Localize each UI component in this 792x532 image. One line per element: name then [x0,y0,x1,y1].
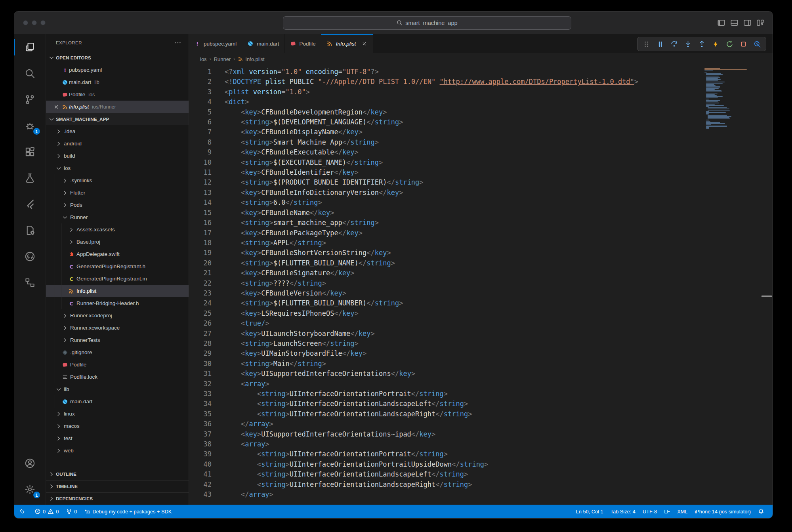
open-editor-pubspec.yaml[interactable]: !pubspec.yaml [46,64,189,76]
activity-item-source-control[interactable] [14,86,46,113]
tree-item-Base.lproj[interactable]: Base.lproj [46,236,189,248]
code-content[interactable]: <?xml version="1.0" encoding="UTF-8"?><!… [225,65,773,505]
chevron-right-icon [61,325,69,331]
tree-item-Runner.xcodeproj[interactable]: Runner.xcodeproj [46,309,189,322]
toggle-panel-button[interactable] [730,19,739,27]
tab-pubspec.yaml[interactable]: !pubspec.yaml [189,34,242,53]
step-over-button[interactable] [668,38,680,50]
section-dependencies[interactable]: DEPENDENCIES [46,492,189,505]
tab-size[interactable]: Tab Size: 4 [607,505,639,518]
breadcrumb-item-Runner[interactable]: Runner [214,56,231,62]
eol[interactable]: LF [660,505,674,518]
activity-item-flutter[interactable] [14,191,46,217]
tree-item-AppDelegate.swift[interactable]: AppDelegate.swift [46,248,189,260]
close-icon[interactable] [361,40,368,47]
close-window-button[interactable] [23,20,28,25]
tree-item-test[interactable]: test [46,432,189,444]
zoom-window-button[interactable] [40,20,46,25]
code-editor[interactable]: 1234567891011121314151617181920212223242… [189,65,773,505]
minimap[interactable] [704,68,765,130]
tree-item-macos[interactable]: macos [46,420,189,432]
activity-item-testing[interactable] [14,165,46,191]
stop-button[interactable] [737,38,750,50]
tree-item-Podfile[interactable]: Podfile [46,358,189,371]
tree-item-Runner[interactable]: Runner [46,211,189,223]
encoding[interactable]: UTF-8 [639,505,660,518]
code-line: <key>CFBundleIdentifier</key> [225,168,773,177]
customize-layout-button[interactable] [756,19,765,27]
tab-Info.plist[interactable]: Info.plist [321,34,373,53]
hot-reload-button[interactable] [709,38,722,50]
tree-item-Podfile.lock[interactable]: Podfile.lock [46,371,189,383]
tree-item-build[interactable]: build [46,150,189,162]
tree-item-lib[interactable]: lib [46,383,189,395]
code-line: <key>UILaunchStoryboardName</key> [225,329,773,339]
project-root-header[interactable]: SMART_MACHINE_APP [46,113,189,125]
tree-item-linux[interactable]: linux [46,408,189,420]
tree-item-Flutter[interactable]: Flutter [46,187,189,199]
activity-item-run-and-debug[interactable]: 1 [14,113,46,139]
chevron-right-icon [61,190,69,196]
activity-item-extensions[interactable] [14,139,46,165]
line-number-gutter[interactable]: 1234567891011121314151617181920212223242… [189,65,225,505]
activity-item-references[interactable] [14,269,46,296]
open-editor-main.dart[interactable]: main.dartlib [46,76,189,88]
activity-item-explorer[interactable] [14,34,46,60]
activity-item-run-config[interactable] [14,217,46,243]
tree-item-GeneratedPluginRegistrant.m[interactable]: CGeneratedPluginRegistrant.m [46,273,189,285]
tree-item-GeneratedPluginRegistrant.h[interactable]: CGeneratedPluginRegistrant.h [46,260,189,273]
tree-item-ios[interactable]: ios [46,162,189,174]
line-number: 11 [189,168,212,177]
tab-Podfile[interactable]: Podfile [285,34,321,53]
tree-item-android[interactable]: android [46,137,189,150]
step-out-button[interactable] [695,38,708,50]
language-mode[interactable]: XML [674,505,691,518]
debug-config-status[interactable]: Debug my code + packages + SDK [80,505,175,518]
tree-item-Info.plist[interactable]: Info.plist [46,285,189,297]
breadcrumb-item-Info.plist[interactable]: Info.plist [238,56,264,62]
section-outline[interactable]: OUTLINE [46,468,189,480]
activity-item-settings[interactable]: 1 [14,476,46,502]
drag-button[interactable] [640,38,653,50]
tree-item-Runner-Bridging-Header.h[interactable]: CRunner-Bridging-Header.h [46,297,189,309]
restart-button[interactable] [723,38,736,50]
device-selector[interactable]: iPhone 14 (ios simulator) [691,505,754,518]
ports-count: 0 [74,509,77,515]
tab-main.dart[interactable]: main.dart [242,34,284,53]
minimize-window-button[interactable] [32,20,37,25]
tree-item-Runner.xcworkspace[interactable]: Runner.xcworkspace [46,322,189,334]
tree-item-.gitignore[interactable]: .gitignore [46,346,189,358]
section-timeline[interactable]: TIMELINE [46,480,189,492]
tree-item-RunnerTests[interactable]: RunnerTests [46,334,189,346]
close-icon[interactable] [52,104,61,110]
activity-item-search[interactable] [14,60,46,86]
minimap-line [706,121,710,122]
remote-indicator[interactable] [14,505,30,518]
problems-status[interactable]: 0 0 [31,505,62,518]
notifications-bell[interactable] [754,505,768,518]
open-devtools-button[interactable] [751,38,763,50]
tree-item-Pods[interactable]: Pods [46,199,189,211]
tree-item-.symlinks[interactable]: .symlinks [46,174,189,187]
step-into-button[interactable] [681,38,694,50]
open-editor-Podfile[interactable]: Podfileios [46,88,189,101]
more-actions-icon[interactable] [174,39,181,46]
line-number: 26 [189,318,212,328]
open-editors-header[interactable]: OPEN EDITORS [46,51,189,64]
open-editor-Info.plist[interactable]: Info.plistios/Runner [46,101,189,113]
scrollbar-handle[interactable] [761,296,772,297]
tree-item-main.dart[interactable]: main.dart [46,395,189,408]
breadcrumb-item-ios[interactable]: ios [200,56,207,62]
toggle-primary-sidebar-button[interactable] [717,19,725,27]
tree-item-.idea[interactable]: .idea [46,125,189,137]
ports-status[interactable]: 0 [62,505,80,518]
command-center-search[interactable]: smart_machine_app [283,16,571,30]
tree-item-Assets.xcassets[interactable]: Assets.xcassets [46,223,189,236]
cursor-position[interactable]: Ln 50, Col 1 [573,505,607,518]
activity-item-accounts[interactable] [14,450,46,476]
tree-item-web[interactable]: web [46,444,189,457]
pause-button[interactable] [654,38,666,50]
toggle-secondary-sidebar-button[interactable] [743,19,752,27]
minimap-line [706,78,718,79]
activity-item-github[interactable] [14,243,46,269]
